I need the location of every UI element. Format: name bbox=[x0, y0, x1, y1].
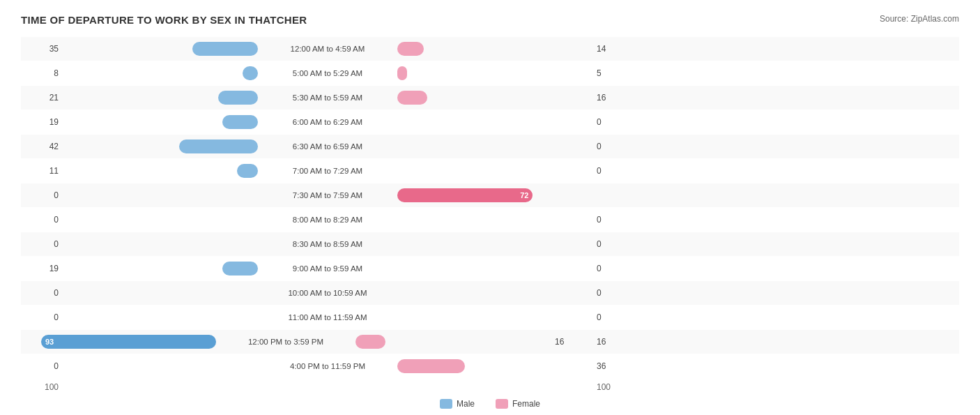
male-value: 35 bbox=[21, 44, 63, 54]
legend-female-box bbox=[496, 399, 508, 409]
legend: Male Female bbox=[21, 399, 959, 409]
chart-row: 19 9:00 AM to 9:59 AM 0 bbox=[21, 257, 959, 280]
axis-right-label: 100 bbox=[592, 382, 634, 392]
time-label: 6:00 AM to 6:29 AM bbox=[258, 118, 397, 126]
time-label: 7:30 AM to 7:59 AM bbox=[258, 191, 397, 199]
female-value: 0 bbox=[592, 312, 634, 322]
axis-left-label: 100 bbox=[21, 382, 63, 392]
source-text: Source: ZipAtlas.com bbox=[880, 14, 959, 24]
chart-row: 0 8:30 AM to 8:59 AM 0 bbox=[21, 232, 959, 256]
female-value: 16 bbox=[592, 337, 634, 347]
legend-male: Male bbox=[440, 399, 475, 409]
time-label: 6:30 AM to 6:59 AM bbox=[258, 142, 397, 151]
time-label: 9:00 AM to 9:59 AM bbox=[258, 264, 397, 273]
female-value: 16 bbox=[551, 337, 592, 347]
time-label: 7:00 AM to 7:29 AM bbox=[258, 167, 397, 175]
legend-male-label: Male bbox=[457, 399, 475, 409]
male-value: 19 bbox=[21, 264, 63, 273]
chart-area: 35 12:00 AM to 4:59 AM 14 8 5:00 AM to 5… bbox=[21, 37, 959, 409]
female-value: 5 bbox=[592, 68, 634, 78]
chart-row: 0 7:30 AM to 7:59 AM 72 bbox=[21, 183, 959, 207]
female-value: 0 bbox=[592, 117, 634, 127]
time-label: 12:00 PM to 3:59 PM bbox=[216, 338, 355, 346]
male-value: 11 bbox=[21, 166, 63, 176]
female-value: 14 bbox=[592, 44, 634, 54]
time-label: 11:00 AM to 11:59 AM bbox=[258, 313, 397, 322]
axis-row: 100 100 bbox=[21, 382, 959, 392]
chart-row: 42 6:30 AM to 6:59 AM 0 bbox=[21, 135, 959, 158]
male-value: 8 bbox=[21, 68, 63, 78]
chart-row: 0 10:00 AM to 10:59 AM 0 bbox=[21, 281, 959, 305]
female-value: 0 bbox=[592, 239, 634, 249]
chart-row: 11 7:00 AM to 7:29 AM 0 bbox=[21, 159, 959, 183]
time-label: 4:00 PM to 11:59 PM bbox=[258, 362, 397, 370]
chart-row: 93 12:00 PM to 3:59 PM 16 16 bbox=[21, 330, 959, 354]
legend-female-label: Female bbox=[512, 399, 540, 409]
chart-row: 35 12:00 AM to 4:59 AM 14 bbox=[21, 37, 959, 61]
chart-row: 19 6:00 AM to 6:29 AM 0 bbox=[21, 110, 959, 134]
female-value: 0 bbox=[592, 166, 634, 176]
chart-row: 21 5:30 AM to 5:59 AM 16 bbox=[21, 86, 959, 110]
male-value: 0 bbox=[21, 215, 63, 225]
legend-female: Female bbox=[496, 399, 540, 409]
female-value: 0 bbox=[592, 264, 634, 273]
male-value: 0 bbox=[21, 288, 63, 298]
chart-row: 0 11:00 AM to 11:59 AM 0 bbox=[21, 305, 959, 329]
male-value: 0 bbox=[21, 239, 63, 249]
male-value: 0 bbox=[21, 190, 63, 200]
time-label: 5:00 AM to 5:29 AM bbox=[258, 69, 397, 77]
female-value: 0 bbox=[592, 288, 634, 298]
female-value: 0 bbox=[592, 142, 634, 151]
male-value: 42 bbox=[21, 142, 63, 151]
chart-title: TIME OF DEPARTURE TO WORK BY SEX IN THAT… bbox=[21, 14, 307, 26]
legend-male-box bbox=[440, 399, 452, 409]
female-value: 0 bbox=[592, 215, 634, 225]
male-value: 19 bbox=[21, 117, 63, 127]
male-value: 0 bbox=[21, 312, 63, 322]
time-label: 12:00 AM to 4:59 AM bbox=[258, 45, 397, 53]
chart-row: 0 8:00 AM to 8:29 AM 0 bbox=[21, 208, 959, 232]
male-value: 21 bbox=[21, 93, 63, 103]
female-value: 36 bbox=[592, 361, 634, 371]
chart-row: 0 4:00 PM to 11:59 PM 36 bbox=[21, 354, 959, 378]
time-label: 5:30 AM to 5:59 AM bbox=[258, 93, 397, 102]
male-value: 0 bbox=[21, 361, 63, 371]
time-label: 10:00 AM to 10:59 AM bbox=[258, 289, 397, 297]
time-label: 8:30 AM to 8:59 AM bbox=[258, 240, 397, 248]
chart-row: 8 5:00 AM to 5:29 AM 5 bbox=[21, 61, 959, 85]
female-value: 16 bbox=[592, 93, 634, 103]
time-label: 8:00 AM to 8:29 AM bbox=[258, 216, 397, 224]
